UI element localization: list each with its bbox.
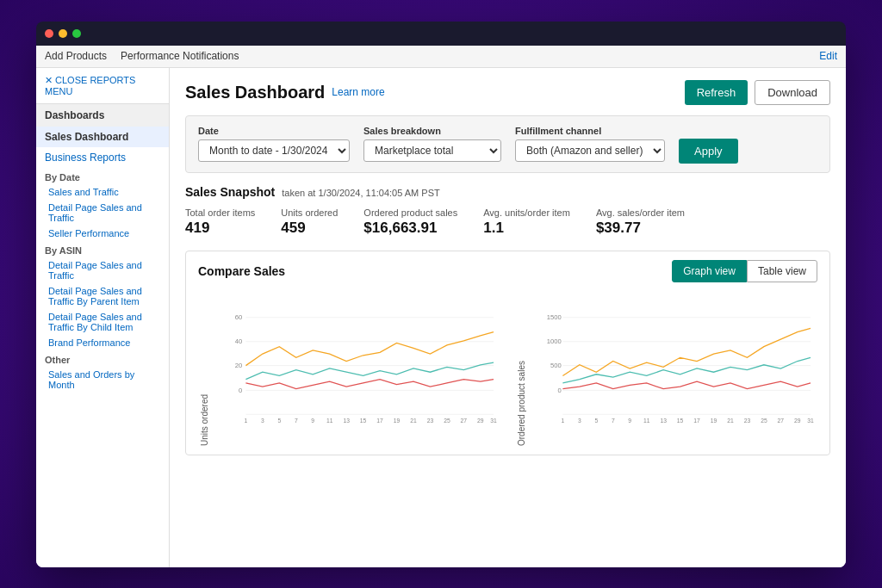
svg-text:7: 7 xyxy=(295,418,298,424)
sidebar-by-date-header: By Date xyxy=(36,168,169,184)
sidebar-item-detail-page-sales-traffic[interactable]: Detail Page Sales and Traffic xyxy=(36,200,169,226)
svg-text:20: 20 xyxy=(235,362,242,369)
page-header: Sales Dashboard Learn more Refresh Downl… xyxy=(185,80,830,105)
svg-text:7: 7 xyxy=(611,418,614,424)
svg-text:29: 29 xyxy=(477,418,484,424)
svg-text:3: 3 xyxy=(577,418,581,424)
sidebar-by-asin-header: By ASIN xyxy=(36,241,169,257)
sidebar-item-brand-performance[interactable]: Brand Performance xyxy=(36,335,169,350)
svg-text:9: 9 xyxy=(311,418,314,424)
svg-text:23: 23 xyxy=(427,418,434,424)
svg-text:19: 19 xyxy=(394,418,401,424)
charts-container: Units ordered 60 40 20 0 xyxy=(198,291,817,446)
app-body: ✕ CLOSE REPORTS MENU Dashboards Sales Da… xyxy=(36,68,846,567)
svg-text:17: 17 xyxy=(376,418,383,424)
svg-text:31: 31 xyxy=(807,418,814,424)
metric-avg-sales: Avg. sales/order item $39.77 xyxy=(596,207,685,237)
svg-text:1000: 1000 xyxy=(546,337,561,345)
sales-breakdown-select[interactable]: Marketplace total xyxy=(363,139,501,162)
metric-total-order-items: Total order items 419 xyxy=(185,207,255,237)
metric-label-avg-units: Avg. units/order item xyxy=(483,207,570,218)
eva-logo: eva xyxy=(796,533,830,555)
metric-label-total-order-items: Total order items xyxy=(185,207,255,218)
compare-sales-section: Compare Sales Graph view Table view Unit… xyxy=(185,251,830,455)
sidebar-item-asin-detail-1[interactable]: Detail Page Sales and Traffic xyxy=(36,257,169,283)
sidebar-item-asin-detail-2[interactable]: Detail Page Sales and Traffic By Parent … xyxy=(36,283,169,309)
close-traffic-light[interactable] xyxy=(45,29,53,38)
menu-edit[interactable]: Edit xyxy=(819,50,837,62)
apply-button[interactable]: Apply xyxy=(679,139,738,164)
metric-units-ordered: Units ordered 459 xyxy=(281,207,338,237)
filters-row: Date Month to date - 1/30/2024 Sales bre… xyxy=(185,115,830,173)
svg-text:1: 1 xyxy=(244,418,247,424)
svg-text:27: 27 xyxy=(461,418,468,424)
svg-text:1500: 1500 xyxy=(546,313,561,321)
date-filter-group: Date Month to date - 1/30/2024 xyxy=(198,126,350,162)
menu-add-products[interactable]: Add Products xyxy=(45,50,107,62)
svg-text:25: 25 xyxy=(761,418,767,424)
svg-text:0: 0 xyxy=(239,386,242,393)
download-button[interactable]: Download xyxy=(755,80,830,105)
svg-text:500: 500 xyxy=(550,362,561,369)
metric-label-avg-sales: Avg. sales/order item xyxy=(596,207,685,218)
date-filter-select[interactable]: Month to date - 1/30/2024 xyxy=(198,139,350,162)
metric-value-units-ordered: 459 xyxy=(281,220,338,237)
svg-text:0: 0 xyxy=(557,386,561,393)
metric-value-avg-sales: $39.77 xyxy=(596,220,685,237)
svg-text:19: 19 xyxy=(710,418,717,424)
menu-bar: Add Products Performance Notifications E… xyxy=(36,46,846,68)
metric-label-units-ordered: Units ordered xyxy=(281,207,338,218)
title-bar xyxy=(36,22,846,46)
metric-value-total-order-items: 419 xyxy=(185,220,255,237)
svg-text:27: 27 xyxy=(777,418,784,424)
snapshot-title: Sales Snapshot xyxy=(185,185,275,199)
svg-text:15: 15 xyxy=(676,418,683,424)
fulfillment-filter-group: Fulfillment channel Both (Amazon and sel… xyxy=(515,126,665,162)
right-chart-y-label: Ordered product sales xyxy=(517,291,526,446)
sidebar-item-sales-dashboard[interactable]: Sales Dashboard xyxy=(36,127,169,147)
svg-text:23: 23 xyxy=(743,418,750,424)
svg-text:5: 5 xyxy=(277,418,281,424)
menu-performance-notifications[interactable]: Performance Notifications xyxy=(121,50,239,62)
svg-text:5: 5 xyxy=(594,418,598,424)
snapshot-header: Sales Snapshot taken at 1/30/2024, 11:04… xyxy=(185,185,830,199)
page-title-group: Sales Dashboard Learn more xyxy=(185,83,385,102)
compare-header: Compare Sales Graph view Table view xyxy=(198,260,817,282)
sidebar-item-asin-detail-3[interactable]: Detail Page Sales and Traffic By Child I… xyxy=(36,309,169,335)
close-reports-menu[interactable]: ✕ CLOSE REPORTS MENU xyxy=(36,68,169,104)
svg-text:11: 11 xyxy=(643,418,649,424)
sidebar-item-business-reports[interactable]: Business Reports xyxy=(36,147,169,168)
svg-text:40: 40 xyxy=(235,337,242,345)
svg-text:17: 17 xyxy=(693,418,700,424)
sidebar-item-seller-performance[interactable]: Seller Performance xyxy=(36,226,169,241)
sidebar-item-sales-orders-month[interactable]: Sales and Orders by Month xyxy=(36,367,169,393)
left-chart-y-label: Units ordered xyxy=(200,291,209,446)
metric-ordered-product-sales: Ordered product sales $16,663.91 xyxy=(363,207,457,237)
learn-more-link[interactable]: Learn more xyxy=(332,86,384,98)
graph-view-button[interactable]: Graph view xyxy=(672,260,747,282)
sidebar-item-sales-traffic[interactable]: Sales and Traffic xyxy=(36,184,169,200)
metrics-row: Total order items 419 Units ordered 459 … xyxy=(185,207,830,237)
sidebar: ✕ CLOSE REPORTS MENU Dashboards Sales Da… xyxy=(36,68,170,567)
date-filter-label: Date xyxy=(198,126,350,136)
svg-text:13: 13 xyxy=(660,418,667,424)
maximize-traffic-light[interactable] xyxy=(72,29,81,38)
svg-text:13: 13 xyxy=(343,418,350,424)
minimize-traffic-light[interactable] xyxy=(59,29,67,38)
svg-text:25: 25 xyxy=(444,418,450,424)
metric-label-ordered-product-sales: Ordered product sales xyxy=(363,207,457,218)
header-buttons: Refresh Download xyxy=(685,80,830,105)
fulfillment-select[interactable]: Both (Amazon and seller) xyxy=(515,139,665,162)
left-chart-svg: 60 40 20 0 1 3 5 7 9 11 13 15 xyxy=(224,291,501,446)
metric-value-avg-units: 1.1 xyxy=(483,220,570,237)
right-chart-wrapper: Ordered product sales 1500 1000 500 0 xyxy=(515,291,818,446)
table-view-button[interactable]: Table view xyxy=(747,260,817,282)
svg-text:15: 15 xyxy=(360,418,367,424)
view-toggle-buttons: Graph view Table view xyxy=(672,260,817,282)
svg-text:9: 9 xyxy=(628,418,631,424)
metric-value-ordered-product-sales: $16,663.91 xyxy=(363,220,457,237)
sales-breakdown-filter-group: Sales breakdown Marketplace total xyxy=(363,126,501,162)
refresh-button[interactable]: Refresh xyxy=(685,80,748,105)
left-chart-wrapper: Units ordered 60 40 20 0 xyxy=(198,291,501,446)
sidebar-dashboards-header: Dashboards xyxy=(36,104,169,127)
